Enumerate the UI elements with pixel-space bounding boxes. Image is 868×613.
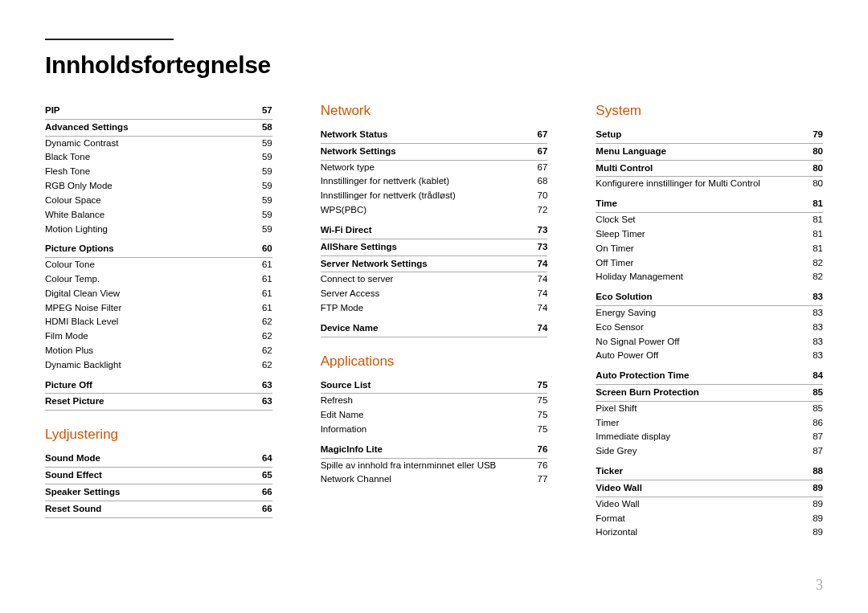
toc-entry[interactable]: Ticker88 xyxy=(596,464,823,480)
toc-entry-page: 59 xyxy=(248,208,272,223)
toc-entry[interactable]: Speaker Settings66 xyxy=(45,484,272,501)
toc-entry[interactable]: Digital Clean View61 xyxy=(45,287,272,301)
toc-entry[interactable]: Network Channel77 xyxy=(321,472,548,487)
toc-entry-page: 81 xyxy=(799,197,823,211)
toc-entry[interactable]: MagicInfo Lite76 xyxy=(321,442,548,459)
toc-entry[interactable]: Format89 xyxy=(596,512,823,526)
toc-entry[interactable]: HDMI Black Level62 xyxy=(45,315,272,329)
toc-entry-page: 74 xyxy=(523,272,547,287)
toc-entry[interactable]: Eco Sensor83 xyxy=(596,321,823,335)
toc-entry[interactable]: Colour Space59 xyxy=(45,194,272,208)
toc-entry-page: 58 xyxy=(248,121,272,135)
toc-entry-label: White Balance xyxy=(45,208,248,223)
toc-entry[interactable]: Black Tone59 xyxy=(45,150,272,165)
toc-entry[interactable]: Auto Protection Time84 xyxy=(596,368,823,385)
toc-entry[interactable]: Dynamic Contrast59 xyxy=(45,137,272,151)
toc-columns: PIP57Advanced Settings58Dynamic Contrast… xyxy=(45,103,823,540)
toc-entry[interactable]: Energy Saving83 xyxy=(596,306,823,321)
toc-entry[interactable]: Innstillinger for nettverk (trådløst)70 xyxy=(321,189,548,203)
toc-entry-label: Video Wall xyxy=(596,481,799,496)
toc-entry[interactable]: Colour Tone61 xyxy=(45,258,272,272)
toc-entry[interactable]: Clock Set81 xyxy=(596,213,823,227)
toc-entry[interactable]: Network Status67 xyxy=(321,127,548,144)
toc-entry[interactable]: Sleep Timer81 xyxy=(596,227,823,242)
toc-entry-page: 62 xyxy=(248,344,272,358)
toc-entry-page: 72 xyxy=(523,203,547,218)
toc-entry[interactable]: PIP57 xyxy=(45,103,272,120)
toc-entry-label: Flesh Tone xyxy=(45,165,248,179)
toc-entry[interactable]: Server Network Settings74 xyxy=(321,256,548,273)
toc-entry[interactable]: Spille av innhold fra internminnet eller… xyxy=(321,459,548,473)
toc-entry-label: Wi-Fi Direct xyxy=(321,223,524,238)
toc-entry[interactable]: MPEG Noise Filter61 xyxy=(45,301,272,316)
toc-entry[interactable]: Innstillinger for nettverk (kablet)68 xyxy=(321,174,548,189)
toc-entry[interactable]: Konfigurere innstillinger for Multi Cont… xyxy=(596,177,823,191)
toc-entry[interactable]: Picture Options60 xyxy=(45,241,272,258)
toc-entry[interactable]: White Balance59 xyxy=(45,208,272,223)
toc-entry-page: 67 xyxy=(523,161,547,175)
toc-entry-label: Auto Protection Time xyxy=(596,369,799,383)
toc-entry[interactable]: WPS(PBC)72 xyxy=(321,203,548,218)
toc-entry[interactable]: Device Name74 xyxy=(321,321,548,337)
toc-entry[interactable]: Video Wall89 xyxy=(596,480,823,497)
toc-entry[interactable]: Reset Sound66 xyxy=(45,501,272,518)
toc-entry[interactable]: Motion Plus62 xyxy=(45,344,272,358)
toc-entry[interactable]: FTP Mode74 xyxy=(321,301,548,316)
toc-entry[interactable]: RGB Only Mode59 xyxy=(45,179,272,194)
toc-entry-page: 73 xyxy=(523,240,547,255)
toc-entry[interactable]: Screen Burn Protection85 xyxy=(596,385,823,402)
toc-entry[interactable]: No Signal Power Off83 xyxy=(596,335,823,349)
toc-entry[interactable]: AllShare Settings73 xyxy=(321,239,548,256)
toc-entry[interactable]: Sound Mode64 xyxy=(45,451,272,468)
section-heading: Applications xyxy=(321,353,548,370)
toc-entry[interactable]: Picture Off63 xyxy=(45,378,272,394)
toc-entry-label: Energy Saving xyxy=(596,306,799,321)
toc-entry-page: 59 xyxy=(248,179,272,194)
toc-entry[interactable]: Sound Effect65 xyxy=(45,468,272,484)
toc-entry-label: Colour Temp. xyxy=(45,272,248,287)
toc-entry[interactable]: On Timer81 xyxy=(596,242,823,256)
toc-entry-label: Sound Mode xyxy=(45,452,248,466)
toc-entry[interactable]: Timer86 xyxy=(596,416,823,431)
toc-entry-page: 79 xyxy=(799,128,823,142)
toc-entry[interactable]: Refresh75 xyxy=(321,394,548,408)
toc-entry[interactable]: Colour Temp.61 xyxy=(45,272,272,287)
toc-entry[interactable]: Dynamic Backlight62 xyxy=(45,358,272,373)
toc-entry[interactable]: Motion Lighting59 xyxy=(45,223,272,237)
toc-entry[interactable]: Holiday Management82 xyxy=(596,270,823,284)
toc-entry[interactable]: Reset Picture63 xyxy=(45,394,272,411)
toc-entry[interactable]: Network Settings67 xyxy=(321,144,548,161)
toc-entry[interactable]: Advanced Settings58 xyxy=(45,120,272,137)
toc-entry[interactable]: Off Timer82 xyxy=(596,256,823,271)
toc-entry[interactable]: Time81 xyxy=(596,196,823,213)
toc-entry[interactable]: Wi-Fi Direct73 xyxy=(321,223,548,239)
toc-entry-label: Reset Sound xyxy=(45,502,248,517)
toc-entry-label: Device Name xyxy=(321,321,524,336)
toc-entry[interactable]: Flesh Tone59 xyxy=(45,165,272,179)
toc-entry[interactable]: Network type67 xyxy=(321,161,548,175)
toc-entry[interactable]: Connect to server74 xyxy=(321,272,548,287)
toc-entry-label: Speaker Settings xyxy=(45,485,248,500)
toc-entry[interactable]: Setup79 xyxy=(596,127,823,144)
toc-entry[interactable]: Auto Power Off83 xyxy=(596,349,823,363)
toc-entry[interactable]: Video Wall89 xyxy=(596,497,823,512)
toc-entry[interactable]: Immediate display87 xyxy=(596,430,823,444)
toc-entry[interactable]: Horizontal89 xyxy=(596,525,823,540)
toc-entry[interactable]: Edit Name75 xyxy=(321,408,548,423)
toc-entry-label: Connect to server xyxy=(321,272,524,287)
toc-entry[interactable]: Server Access74 xyxy=(321,287,548,301)
toc-entry-page: 89 xyxy=(799,481,823,496)
toc-entry-page: 83 xyxy=(799,321,823,335)
toc-entry[interactable]: Eco Solution83 xyxy=(596,289,823,306)
toc-entry-page: 85 xyxy=(799,402,823,416)
toc-entry-page: 61 xyxy=(248,258,272,272)
toc-entry[interactable]: Pixel Shift85 xyxy=(596,402,823,416)
toc-entry-label: Network Status xyxy=(321,128,524,142)
toc-entry[interactable]: Information75 xyxy=(321,423,548,437)
toc-entry[interactable]: Side Grey87 xyxy=(596,444,823,459)
toc-entry[interactable]: Menu Language80 xyxy=(596,144,823,161)
toc-entry[interactable]: Multi Control80 xyxy=(596,161,823,178)
toc-entry-page: 70 xyxy=(523,189,547,203)
toc-entry[interactable]: Source List75 xyxy=(321,378,548,394)
toc-entry[interactable]: Film Mode62 xyxy=(45,329,272,344)
